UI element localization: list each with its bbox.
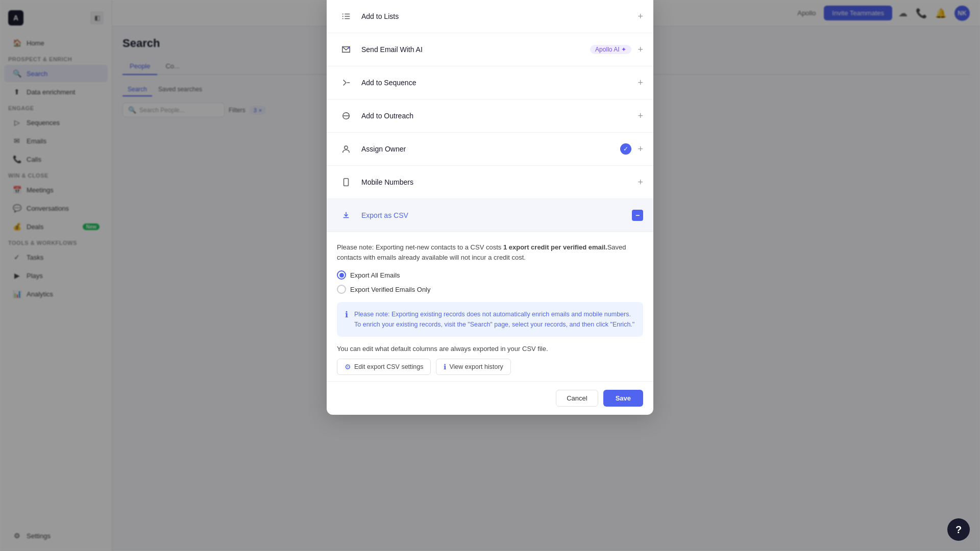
svg-point-3	[342, 13, 344, 14]
cancel-button[interactable]: Cancel	[556, 390, 598, 407]
info-text: Please note: Exporting existing records …	[354, 309, 635, 330]
svg-rect-10	[344, 179, 349, 186]
radio-verified-only[interactable]: Export Verified Emails Only	[337, 285, 643, 294]
assign-owner-icon	[337, 140, 355, 158]
save-button[interactable]: Save	[603, 390, 643, 407]
gear-icon: ⚙	[345, 363, 351, 371]
help-button[interactable]: ?	[947, 518, 970, 541]
mobile-numbers-row[interactable]: Mobile Numbers +	[327, 166, 653, 199]
radio-all-emails-label: Export All Emails	[350, 271, 400, 279]
radio-all-emails[interactable]: Export All Emails	[337, 270, 643, 280]
edit-csv-settings-button[interactable]: ⚙ Edit export CSV settings	[337, 359, 431, 375]
edit-note: You can edit what default columns are al…	[337, 345, 643, 353]
send-email-row[interactable]: Send Email With AI Apollo AI ✦ +	[327, 33, 653, 66]
export-csv-label: Export as CSV	[361, 211, 632, 219]
svg-point-5	[342, 18, 344, 19]
sparkle-icon: ✦	[621, 46, 626, 53]
assign-owner-check: ✓	[620, 143, 631, 155]
radio-verified-label: Export Verified Emails Only	[350, 286, 431, 293]
export-section: Please note: Exporting net-new contacts …	[327, 232, 653, 381]
export-csv-row[interactable]: Export as CSV −	[327, 199, 653, 232]
download-icon	[337, 206, 355, 224]
modal-footer: Cancel Save	[327, 381, 653, 415]
add-to-lists-row[interactable]: Add to Lists +	[327, 0, 653, 33]
add-to-outreach-plus: +	[638, 111, 643, 121]
info-box: ℹ Please note: Exporting existing record…	[337, 302, 643, 337]
send-email-plus: +	[638, 44, 643, 55]
export-csv-checkbox[interactable]: −	[632, 210, 643, 221]
view-export-history-button[interactable]: ℹ View export history	[436, 359, 510, 375]
svg-point-4	[342, 16, 344, 17]
outreach-icon	[337, 107, 355, 125]
apollo-ai-badge: Apollo AI ✦	[590, 45, 631, 54]
mobile-icon	[337, 173, 355, 191]
view-export-history-label: View export history	[449, 363, 503, 370]
action-buttons-row: ⚙ Edit export CSV settings ℹ View export…	[337, 359, 643, 381]
svg-point-9	[345, 146, 348, 149]
add-to-outreach-row[interactable]: Add to Outreach +	[327, 99, 653, 133]
edit-csv-settings-label: Edit export CSV settings	[354, 363, 423, 370]
sequence-icon	[337, 73, 355, 92]
add-to-lists-plus: +	[638, 11, 643, 22]
export-note: Please note: Exporting net-new contacts …	[337, 242, 643, 262]
info-icon: ℹ	[345, 310, 348, 330]
add-to-lists-label: Add to Lists	[361, 12, 638, 20]
assign-owner-row[interactable]: Assign Owner ✓ +	[327, 133, 653, 166]
add-to-sequence-plus: +	[638, 78, 643, 88]
email-ai-icon	[337, 40, 355, 59]
assign-owner-plus: +	[638, 144, 643, 155]
radio-all-emails-outer	[337, 270, 346, 280]
assign-owner-label: Assign Owner	[361, 145, 620, 153]
radio-verified-outer	[337, 285, 346, 294]
add-to-outreach-label: Add to Outreach	[361, 112, 638, 120]
add-to-sequence-label: Add to Sequence	[361, 79, 638, 87]
radio-all-emails-inner	[339, 273, 344, 278]
mobile-numbers-label: Mobile Numbers	[361, 178, 638, 186]
mobile-numbers-plus: +	[638, 177, 643, 188]
send-email-label: Send Email With AI	[361, 45, 590, 54]
history-icon: ℹ	[444, 363, 446, 371]
list-icon	[337, 7, 355, 26]
action-modal: Add to Lists + Send Email With AI Apollo…	[327, 0, 653, 415]
add-to-sequence-row[interactable]: Add to Sequence +	[327, 66, 653, 99]
